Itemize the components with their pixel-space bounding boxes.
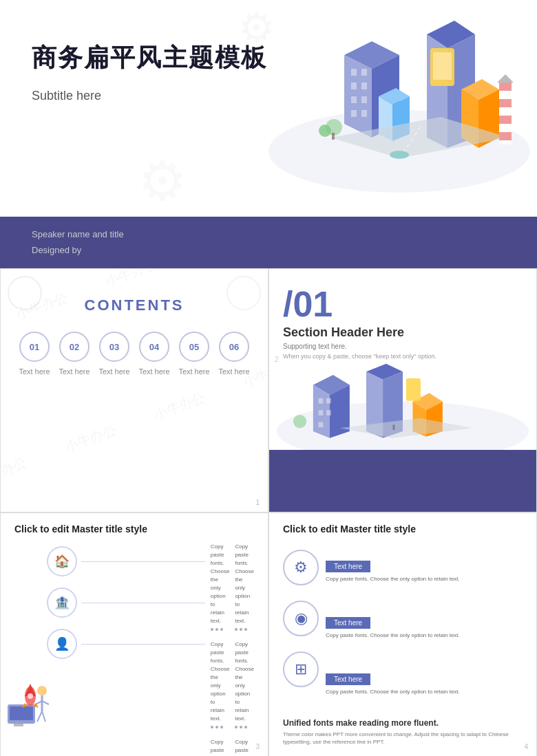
text-block-1: Copy paste fonts. Choose the only option… [211, 543, 230, 631]
content-label-5: Text here [178, 367, 209, 376]
svg-rect-7 [361, 83, 367, 89]
text-block-r1: Copy paste fonts. Choose the only option… [235, 543, 254, 631]
bottom-text: Theme color makes PPT more convenient to… [283, 731, 523, 746]
text-col-left: Copy paste fonts. Choose the only option… [211, 543, 230, 756]
svg-point-55 [293, 415, 306, 428]
icon-win-row: ⊞ [283, 651, 319, 687]
icon-gear-row: ⚙ [283, 550, 319, 585]
svg-rect-5 [361, 69, 367, 76]
svg-point-71 [28, 693, 33, 699]
feature-icons-col [14, 543, 41, 756]
icon-lens: ◉ [283, 601, 319, 636]
content-item-4: 04 Text here [138, 332, 169, 376]
svg-line-65 [37, 711, 42, 722]
icon-lens-row: ◉ [283, 601, 319, 636]
svg-rect-56 [393, 424, 395, 430]
svg-rect-60 [14, 724, 23, 726]
icon-gear: ⚙ [283, 550, 319, 585]
svg-line-66 [42, 711, 45, 722]
svg-rect-44 [319, 410, 324, 415]
content-item-6: 06 Text here [218, 332, 249, 376]
slides-container: ⚙ ⚙ 商务扁平风主题模板 Subtitle here [0, 0, 537, 756]
title-area: 商务扁平风主题模板 Subtitle here [32, 41, 267, 103]
content-num-3: 03 [99, 332, 129, 362]
feature-layout: 🏠 🏦 👤 Copy pa [14, 543, 254, 756]
content-num-5: 05 [179, 332, 209, 362]
bottom-area: Unified fonts make reading more fluent. … [283, 718, 523, 746]
text-col-right: Copy paste fonts. Choose the only option… [235, 543, 254, 756]
text-1: Copy paste fonts. Choose the only option… [211, 543, 230, 625]
text-columns: Copy paste fonts. Choose the only option… [211, 543, 254, 756]
slide-section: /01 Section Header Here Supporting text … [268, 268, 537, 512]
text-3: Copy paste fonts. Choose the only option… [211, 738, 230, 756]
bottom-title: Unified fonts make reading more fluent. [283, 718, 523, 728]
slide-contents: CONTENTS 01 Text here 02 Text here 03 Te… [0, 268, 268, 512]
text-2: Copy paste fonts. Choose the only option… [211, 640, 230, 723]
svg-point-26 [319, 125, 331, 137]
svg-rect-45 [326, 410, 331, 415]
content-num-1: 01 [19, 332, 50, 362]
content-num-6: 06 [219, 332, 249, 362]
main-title: 商务扁平风主题模板 [32, 41, 267, 75]
text-block-2: Copy paste fonts. Choose the only option… [211, 640, 230, 728]
contents-deco-circle [8, 276, 42, 310]
text-r3: Copy paste fonts. Choose the only option… [235, 738, 254, 756]
page-num-4: 3 [255, 743, 260, 750]
svg-rect-22 [433, 52, 452, 80]
slide-feature-title: Click to edit Master title style [14, 523, 254, 534]
label-bar-2: Text here [326, 617, 370, 629]
icon-row-2: 🏦 [47, 587, 205, 618]
svg-rect-11 [361, 110, 367, 117]
contents-title: CONTENTS [14, 296, 254, 314]
desc-1: Copy paste fonts. Choose the only option… [326, 575, 523, 583]
svg-rect-4 [351, 69, 357, 76]
label-bar-1: Text here [326, 561, 370, 572]
text-r2: Copy paste fonts. Choose the only option… [235, 640, 254, 723]
text-block-r3: Copy paste fonts. Choose the only option… [235, 738, 254, 756]
svg-marker-2 [344, 55, 372, 138]
connector-2 [81, 603, 205, 603]
svg-rect-33 [499, 83, 512, 91]
content-item-3: 03 Text here [98, 332, 129, 376]
svg-rect-6 [351, 83, 357, 89]
deco-circle-2 [227, 276, 261, 310]
svg-rect-34 [499, 99, 512, 107]
connector-1 [81, 561, 205, 562]
section-city-illustration [269, 358, 536, 451]
content-label-3: Text here [98, 367, 129, 376]
speaker-bar: Speaker name and title Designed by [0, 217, 268, 268]
svg-point-57 [445, 363, 474, 374]
slide-icons-right: Click to edit Master title style ⚙ ◉ ⊞ [268, 512, 537, 756]
page-num-2: 1 [255, 499, 260, 506]
content-label-6: Text here [218, 367, 249, 376]
content-label-4: Text here [138, 367, 169, 376]
content-item-5: 05 Text here [178, 332, 209, 376]
section-supporting: Supporting text here. [283, 343, 523, 350]
icon-person: 👤 [47, 629, 77, 659]
slide5-title: Click to edit Master title style [283, 523, 523, 534]
desc-3: Copy paste fonts. Choose the only option… [326, 688, 523, 695]
label-group-3: Text here Copy paste fonts. Choose the o… [326, 672, 523, 695]
svg-point-28 [390, 151, 409, 159]
section-bottom-bar [269, 450, 536, 512]
page-num-3: 2 [275, 356, 514, 363]
text-block-r2: Copy paste fonts. Choose the only option… [235, 640, 254, 728]
icons-col: ⚙ ◉ ⊞ [283, 543, 319, 713]
cover-purple-bar-right [268, 217, 537, 268]
svg-marker-37 [497, 74, 514, 83]
content-item-1: 01 Text here [19, 332, 50, 376]
svg-rect-42 [319, 398, 324, 404]
page-num-5: 4 [524, 743, 528, 750]
content-label-1: Text here [19, 367, 50, 376]
label-bar-3: Text here [326, 673, 370, 685]
watermark-gear-2: ⚙ [138, 149, 187, 213]
labels-col: Text here Copy paste fonts. Choose the o… [326, 543, 523, 713]
svg-rect-46 [319, 422, 324, 428]
svg-rect-53 [406, 378, 421, 401]
city-illustration [262, 0, 537, 213]
content-item-2: 02 Text here [59, 332, 90, 376]
svg-rect-27 [332, 133, 335, 140]
svg-rect-10 [351, 110, 357, 117]
slide-cover: ⚙ ⚙ 商务扁平风主题模板 Subtitle here [0, 0, 537, 268]
svg-rect-59 [10, 706, 33, 720]
